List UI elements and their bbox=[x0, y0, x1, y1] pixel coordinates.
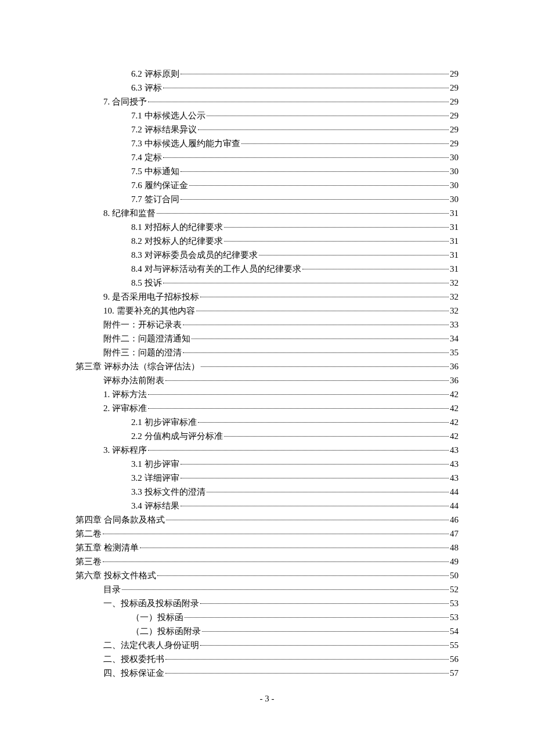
toc-leader-dots bbox=[148, 450, 449, 451]
toc-leader-dots bbox=[183, 352, 449, 353]
toc-leader-dots bbox=[181, 74, 449, 74]
toc-entry-label: 7.1 中标候选人公示 bbox=[131, 109, 205, 123]
toc-entry-label: 第三卷 bbox=[75, 555, 102, 568]
toc-entry-label: 7.3 中标候选人履约能力审查 bbox=[131, 136, 240, 150]
toc-entry-page: 33 bbox=[450, 318, 459, 332]
toc-entry-label: 6.3 评标 bbox=[131, 81, 162, 95]
toc-leader-dots bbox=[181, 171, 449, 172]
toc-entry: 9. 是否采用电子招标投标32 bbox=[75, 290, 459, 304]
toc-entry: 附件三：问题的澄清35 bbox=[75, 345, 459, 359]
toc-entry-label: 第六章 投标文件格式 bbox=[75, 568, 156, 582]
toc-entry-page: 42 bbox=[450, 387, 459, 401]
toc-entry: 第六章 投标文件格式50 bbox=[75, 568, 459, 582]
toc-leader-dots bbox=[103, 534, 449, 534]
toc-entry: 6.2 评标原则29 bbox=[75, 67, 459, 81]
toc-leader-dots bbox=[200, 297, 449, 297]
toc-leader-dots bbox=[207, 116, 449, 116]
toc-leader-dots bbox=[157, 213, 449, 214]
toc-leader-dots bbox=[198, 422, 449, 423]
toc-entry-label: 第二卷 bbox=[75, 527, 102, 541]
toc-entry-page: 43 bbox=[450, 471, 459, 485]
toc-entry-page: 57 bbox=[450, 666, 459, 680]
toc-entry-label: 评标办法前附表 bbox=[103, 373, 164, 387]
toc-entry-page: 42 bbox=[450, 401, 459, 415]
toc-leader-dots bbox=[201, 366, 449, 367]
toc-leader-dots bbox=[192, 339, 449, 339]
toc-entry-label: 二、授权委托书 bbox=[103, 652, 164, 666]
toc-entry: 第二卷47 bbox=[75, 527, 459, 541]
toc-leader-dots bbox=[241, 143, 449, 144]
toc-entry-label: 3.2 详细评审 bbox=[131, 471, 179, 485]
toc-entry-label: 9. 是否采用电子招标投标 bbox=[103, 290, 199, 304]
toc-entry: 3.2 详细评审43 bbox=[75, 471, 459, 485]
toc-entry-page: 31 bbox=[450, 206, 459, 220]
toc-entry-page: 44 bbox=[450, 485, 459, 499]
toc-entry-page: 53 bbox=[450, 610, 459, 624]
toc-leader-dots bbox=[148, 408, 449, 409]
toc-leader-dots bbox=[157, 575, 449, 576]
toc-entry-label: 第三章 评标办法（综合评估法） bbox=[75, 359, 200, 373]
toc-entry: 附件一：开标记录表33 bbox=[75, 318, 459, 332]
toc-entry-page: 31 bbox=[450, 262, 459, 276]
toc-leader-dots bbox=[224, 227, 449, 228]
toc-entry-page: 36 bbox=[450, 373, 459, 387]
toc-entry-page: 30 bbox=[450, 178, 459, 192]
toc-entry-label: 一、投标函及投标函附录 bbox=[103, 596, 199, 610]
toc-entry-page: 35 bbox=[450, 345, 459, 359]
toc-entry: 第三章 评标办法（综合评估法）36 bbox=[75, 359, 459, 373]
toc-leader-dots bbox=[185, 617, 449, 618]
toc-entry: 8.1 对招标人的纪律要求31 bbox=[75, 220, 459, 234]
toc-leader-dots bbox=[207, 492, 449, 492]
toc-leader-dots bbox=[181, 506, 449, 506]
toc-entry: 四、投标保证金57 bbox=[75, 666, 459, 680]
toc-leader-dots bbox=[165, 659, 449, 660]
toc-entry-label: 附件二：问题澄清通知 bbox=[103, 332, 190, 345]
toc-entry-page: 29 bbox=[450, 67, 459, 81]
toc-entry-page: 52 bbox=[450, 582, 459, 596]
toc-entry: 评标办法前附表36 bbox=[75, 373, 459, 387]
toc-entry: 2.1 初步评审标准42 bbox=[75, 415, 459, 429]
toc-entry: 7.4 定标30 bbox=[75, 150, 459, 164]
toc-entry-page: 32 bbox=[450, 290, 459, 304]
toc-entry-label: 第四章 合同条款及格式 bbox=[75, 513, 165, 527]
toc-leader-dots bbox=[165, 673, 449, 674]
toc-entry-label: 6.2 评标原则 bbox=[131, 67, 179, 81]
toc-entry: 3. 评标程序43 bbox=[75, 443, 459, 457]
toc-entry-label: 2.2 分值构成与评分标准 bbox=[131, 429, 223, 443]
toc-entry-page: 29 bbox=[450, 81, 459, 95]
toc-entry: 6.3 评标29 bbox=[75, 81, 459, 95]
toc-entry-label: （二）投标函附录 bbox=[131, 624, 201, 638]
toc-leader-dots bbox=[181, 199, 449, 200]
toc-leader-dots bbox=[165, 380, 449, 381]
toc-entry-label: 8.3 对评标委员会成员的纪律要求 bbox=[131, 248, 258, 262]
toc-entry: 8.3 对评标委员会成员的纪律要求31 bbox=[75, 248, 459, 262]
toc-leader-dots bbox=[196, 311, 449, 311]
toc-entry: 3.3 投标文件的澄清44 bbox=[75, 485, 459, 499]
toc-entry-page: 49 bbox=[450, 555, 459, 568]
toc-entry: 二、法定代表人身份证明55 bbox=[75, 638, 459, 652]
toc-entry-label: 3.3 投标文件的澄清 bbox=[131, 485, 205, 499]
toc-entry-page: 29 bbox=[450, 109, 459, 123]
toc-entry-page: 30 bbox=[450, 164, 459, 178]
toc-entry-page: 42 bbox=[450, 415, 459, 429]
toc-leader-dots bbox=[224, 436, 449, 437]
toc-entry-label: 7.7 签订合同 bbox=[131, 192, 179, 206]
toc-entry-page: 30 bbox=[450, 192, 459, 206]
toc-entry-page: 31 bbox=[450, 234, 459, 248]
toc-entry: 附件二：问题澄清通知34 bbox=[75, 332, 459, 345]
toc-entry-label: 目录 bbox=[103, 582, 121, 596]
toc-entry-page: 53 bbox=[450, 596, 459, 610]
toc-entry-label: 附件一：开标记录表 bbox=[103, 318, 182, 332]
toc-entry-page: 54 bbox=[450, 624, 459, 638]
toc-entry-label: 8.5 投诉 bbox=[131, 276, 162, 290]
toc-entry-label: 8.2 对投标人的纪律要求 bbox=[131, 234, 223, 248]
toc-entry-page: 47 bbox=[450, 527, 459, 541]
toc-entry-label: 10. 需要补充的其他内容 bbox=[103, 304, 195, 318]
toc-leader-dots bbox=[122, 589, 449, 590]
toc-entry: 一、投标函及投标函附录53 bbox=[75, 596, 459, 610]
toc-entry-page: 30 bbox=[450, 150, 459, 164]
toc-entry: 第四章 合同条款及格式46 bbox=[75, 513, 459, 527]
toc-entry: 第三卷49 bbox=[75, 555, 459, 568]
toc-entry-label: 8.4 对与评标活动有关的工作人员的纪律要求 bbox=[131, 262, 301, 276]
toc-entry-page: 32 bbox=[450, 276, 459, 290]
